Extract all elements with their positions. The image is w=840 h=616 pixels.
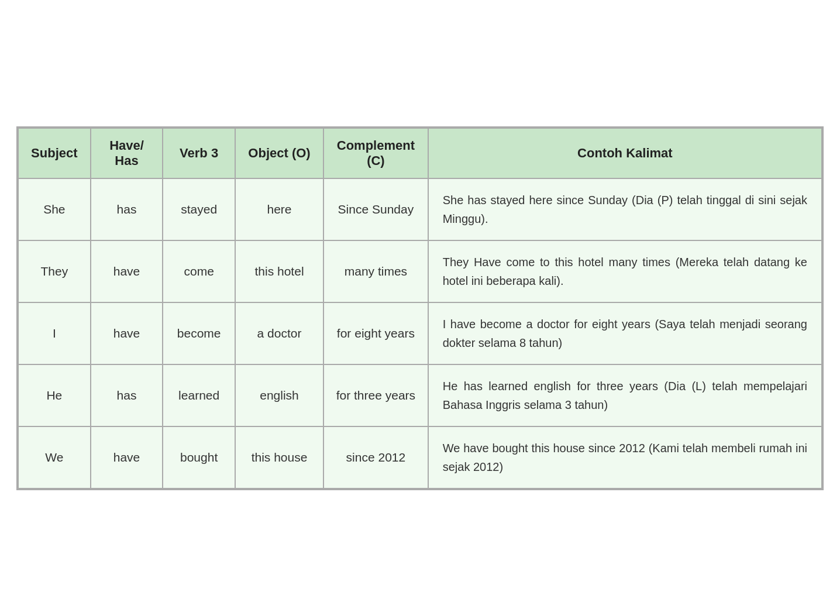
cell-complement: for three years — [323, 364, 428, 426]
cell-example: We have bought this house since 2012 (Ka… — [428, 426, 822, 488]
cell-have_has: have — [91, 240, 163, 302]
cell-verb3: come — [163, 240, 235, 302]
cell-verb3: become — [163, 302, 235, 364]
cell-verb3: learned — [163, 364, 235, 426]
cell-example: He has learned english for three years (… — [428, 364, 822, 426]
cell-complement: for eight years — [323, 302, 428, 364]
cell-complement: many times — [323, 240, 428, 302]
header-verb3: Verb 3 — [163, 128, 235, 178]
cell-subject: She — [18, 178, 91, 240]
grammar-table-wrapper: Subject Have/ Has Verb 3 Object (O) Comp… — [16, 126, 824, 490]
table-row: Hehaslearnedenglishfor three yearsHe has… — [18, 364, 822, 426]
header-have-has: Have/ Has — [91, 128, 163, 178]
cell-subject: They — [18, 240, 91, 302]
cell-verb3: bought — [163, 426, 235, 488]
table-row: ShehasstayedhereSince SundayShe has stay… — [18, 178, 822, 240]
cell-object: here — [235, 178, 323, 240]
grammar-table: Subject Have/ Has Verb 3 Object (O) Comp… — [18, 128, 822, 489]
cell-object: english — [235, 364, 323, 426]
header-complement: Complement (C) — [323, 128, 428, 178]
cell-subject: We — [18, 426, 91, 488]
table-row: Wehaveboughtthis housesince 2012We have … — [18, 426, 822, 488]
cell-example: They Have come to this hotel many times … — [428, 240, 822, 302]
table-row: Ihavebecomea doctorfor eight yearsI have… — [18, 302, 822, 364]
header-subject: Subject — [18, 128, 91, 178]
cell-verb3: stayed — [163, 178, 235, 240]
cell-complement: since 2012 — [323, 426, 428, 488]
cell-have_has: have — [91, 426, 163, 488]
cell-subject: I — [18, 302, 91, 364]
cell-example: She has stayed here since Sunday (Dia (P… — [428, 178, 822, 240]
cell-object: this hotel — [235, 240, 323, 302]
cell-subject: He — [18, 364, 91, 426]
header-example: Contoh Kalimat — [428, 128, 822, 178]
cell-example: I have become a doctor for eight years (… — [428, 302, 822, 364]
header-row: Subject Have/ Has Verb 3 Object (O) Comp… — [18, 128, 822, 178]
cell-have_has: have — [91, 302, 163, 364]
table-row: Theyhavecomethis hotelmany timesThey Hav… — [18, 240, 822, 302]
cell-object: a doctor — [235, 302, 323, 364]
cell-have_has: has — [91, 178, 163, 240]
cell-object: this house — [235, 426, 323, 488]
header-object: Object (O) — [235, 128, 323, 178]
cell-complement: Since Sunday — [323, 178, 428, 240]
cell-have_has: has — [91, 364, 163, 426]
